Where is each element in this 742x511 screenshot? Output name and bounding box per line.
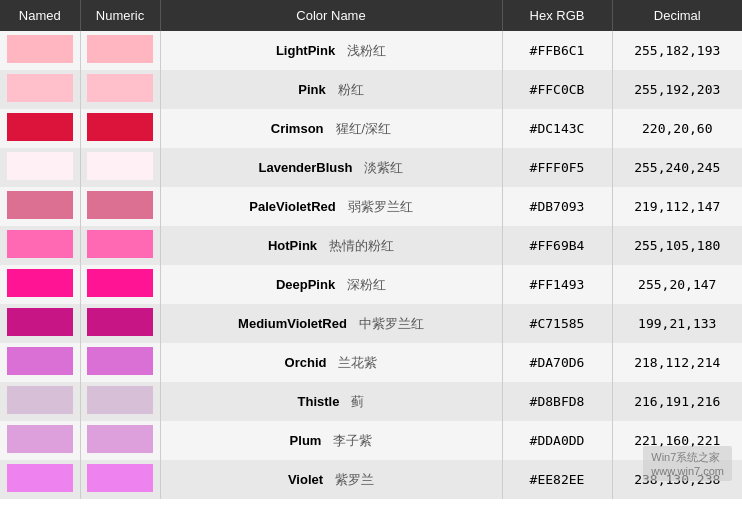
color-name-chinese: 深粉红 — [347, 277, 386, 292]
numeric-swatch-cell — [80, 31, 160, 70]
named-swatch — [7, 425, 73, 453]
decimal-value: 255,240,245 — [612, 148, 742, 187]
named-swatch — [7, 386, 73, 414]
hex-value: #FFF0F5 — [502, 148, 612, 187]
numeric-swatch-cell — [80, 265, 160, 304]
color-name-chinese: 兰花紫 — [338, 355, 377, 370]
numeric-swatch — [87, 464, 153, 492]
numeric-swatch — [87, 74, 153, 102]
numeric-swatch — [87, 269, 153, 297]
numeric-swatch-cell — [80, 226, 160, 265]
hex-value: #FF69B4 — [502, 226, 612, 265]
named-swatch-cell — [0, 421, 80, 460]
color-name-english: Pink — [298, 82, 325, 97]
hex-value: #DDA0DD — [502, 421, 612, 460]
color-name-cell: MediumVioletRed中紫罗兰红 — [160, 304, 502, 343]
named-swatch-cell — [0, 109, 80, 148]
named-swatch-cell — [0, 187, 80, 226]
named-swatch-cell — [0, 70, 80, 109]
named-swatch — [7, 152, 73, 180]
decimal-value: 221,160,221 — [612, 421, 742, 460]
color-name-chinese: 粉红 — [338, 82, 364, 97]
numeric-swatch-cell — [80, 343, 160, 382]
color-name-cell: DeepPink深粉红 — [160, 265, 502, 304]
hex-value: #FF1493 — [502, 265, 612, 304]
color-name-cell: PaleVioletRed弱紫罗兰红 — [160, 187, 502, 226]
named-swatch — [7, 35, 73, 63]
named-swatch — [7, 230, 73, 258]
numeric-swatch — [87, 386, 153, 414]
named-swatch — [7, 74, 73, 102]
numeric-swatch — [87, 113, 153, 141]
color-name-english: PaleVioletRed — [249, 199, 335, 214]
header-named: Named — [0, 0, 80, 31]
numeric-swatch — [87, 152, 153, 180]
color-name-english: Thistle — [298, 394, 340, 409]
numeric-swatch-cell — [80, 148, 160, 187]
color-name-chinese: 弱紫罗兰红 — [348, 199, 413, 214]
named-swatch-cell — [0, 265, 80, 304]
color-name-cell: HotPink热情的粉红 — [160, 226, 502, 265]
named-swatch-cell — [0, 31, 80, 70]
numeric-swatch — [87, 347, 153, 375]
color-name-cell: LavenderBlush淡紫红 — [160, 148, 502, 187]
hex-value: #FFC0CB — [502, 70, 612, 109]
color-name-english: LavenderBlush — [259, 160, 353, 175]
named-swatch — [7, 191, 73, 219]
header-decimal: Decimal — [612, 0, 742, 31]
decimal-value: 255,105,180 — [612, 226, 742, 265]
numeric-swatch — [87, 425, 153, 453]
hex-value: #D8BFD8 — [502, 382, 612, 421]
color-name-english: Orchid — [285, 355, 327, 370]
color-name-english: Crimson — [271, 121, 324, 136]
named-swatch — [7, 113, 73, 141]
color-name-cell: Thistle蓟 — [160, 382, 502, 421]
numeric-swatch — [87, 35, 153, 63]
hex-value: #DC143C — [502, 109, 612, 148]
decimal-value: 220,20,60 — [612, 109, 742, 148]
numeric-swatch-cell — [80, 70, 160, 109]
color-name-chinese: 蓟 — [351, 394, 364, 409]
named-swatch-cell — [0, 382, 80, 421]
named-swatch — [7, 269, 73, 297]
hex-value: #EE82EE — [502, 460, 612, 499]
numeric-swatch — [87, 308, 153, 336]
numeric-swatch-cell — [80, 382, 160, 421]
color-name-cell: Plum李子紫 — [160, 421, 502, 460]
named-swatch — [7, 347, 73, 375]
named-swatch — [7, 308, 73, 336]
hex-value: #DA70D6 — [502, 343, 612, 382]
numeric-swatch-cell — [80, 187, 160, 226]
color-name-chinese: 李子紫 — [333, 433, 372, 448]
named-swatch-cell — [0, 343, 80, 382]
decimal-value: 216,191,216 — [612, 382, 742, 421]
numeric-swatch-cell — [80, 421, 160, 460]
color-name-english: LightPink — [276, 43, 335, 58]
color-name-english: MediumVioletRed — [238, 316, 347, 331]
color-name-english: Plum — [290, 433, 322, 448]
color-name-chinese: 浅粉红 — [347, 43, 386, 58]
decimal-value: 238,130,238 — [612, 460, 742, 499]
color-name-english: DeepPink — [276, 277, 335, 292]
named-swatch — [7, 464, 73, 492]
decimal-value: 218,112,214 — [612, 343, 742, 382]
hex-value: #DB7093 — [502, 187, 612, 226]
decimal-value: 255,192,203 — [612, 70, 742, 109]
color-name-cell: Violet紫罗兰 — [160, 460, 502, 499]
color-name-chinese: 热情的粉红 — [329, 238, 394, 253]
decimal-value: 199,21,133 — [612, 304, 742, 343]
numeric-swatch — [87, 230, 153, 258]
color-name-cell: Pink粉红 — [160, 70, 502, 109]
header-colorname: Color Name — [160, 0, 502, 31]
numeric-swatch-cell — [80, 109, 160, 148]
color-name-cell: Crimson猩红/深红 — [160, 109, 502, 148]
decimal-value: 255,20,147 — [612, 265, 742, 304]
named-swatch-cell — [0, 226, 80, 265]
named-swatch-cell — [0, 304, 80, 343]
numeric-swatch-cell — [80, 304, 160, 343]
header-hex: Hex RGB — [502, 0, 612, 31]
color-name-chinese: 中紫罗兰红 — [359, 316, 424, 331]
color-name-english: HotPink — [268, 238, 317, 253]
named-swatch-cell — [0, 460, 80, 499]
color-name-chinese: 淡紫红 — [364, 160, 403, 175]
